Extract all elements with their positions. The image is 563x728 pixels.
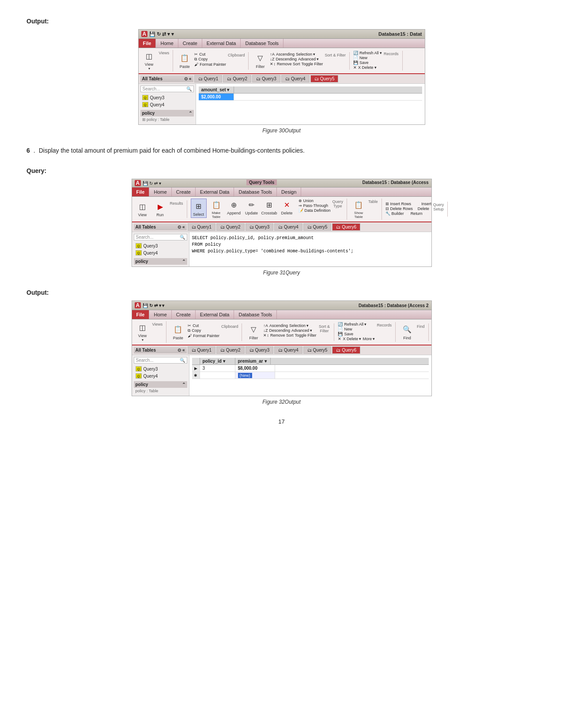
filter-btn-30[interactable]: ▽ Filter: [252, 52, 268, 69]
tab-external-32[interactable]: External Data: [196, 310, 234, 319]
cut-item-32[interactable]: ✂ Cut: [188, 323, 219, 328]
new-item-32[interactable]: 📄 New: [338, 327, 375, 331]
tab-create-30[interactable]: Create: [178, 39, 202, 48]
qtab-q3-31[interactable]: 🗂 Query3: [246, 223, 274, 231]
refresh-item-30[interactable]: 🔄 Refresh All ▾: [353, 51, 382, 55]
sidebar-search-30[interactable]: Search... 🔍: [140, 86, 194, 92]
delete-rows-item-31[interactable]: ⊟ Delete Rows Delete: [385, 206, 431, 211]
remove-sort-item-32[interactable]: ✕↕ Remove Sort Toggle Filter: [263, 333, 316, 338]
select-btn-31[interactable]: ⊞ Select: [191, 199, 207, 218]
results-group-31: ◫ View ▶ Run Results: [135, 200, 187, 218]
query-setup-small-31: ⊞ Insert Rows Insert ⊟ Delete Rows Delet…: [385, 202, 431, 216]
new-item-30[interactable]: 📄 New: [353, 56, 382, 60]
ascending-item-32[interactable]: ↑A Ascending Selection ▾: [263, 323, 316, 328]
qtab-q5-32[interactable]: 🗂 Query5: [303, 346, 332, 354]
find-label-32: Find: [417, 324, 425, 329]
sidebar-sub-table-30[interactable]: ⊞ policy : Table: [140, 116, 194, 123]
qtab-q1-32[interactable]: 🗂 Query1: [188, 346, 216, 354]
tab-file-32[interactable]: File: [132, 310, 150, 319]
pass-through-item-31[interactable]: ⇒ Pass-Through: [299, 203, 331, 208]
sidebar-item-query3-30[interactable]: Q Query3: [140, 94, 194, 101]
find-btn-32[interactable]: 🔍 Find: [399, 323, 415, 340]
data-def-item-31[interactable]: 📝 Data Definition: [299, 208, 331, 213]
format-painter-item-32[interactable]: 🖌 Format Painter: [188, 334, 219, 338]
ascending-item-30[interactable]: ↑A Ascending Selection ▾: [270, 52, 323, 56]
crosstab-btn-31[interactable]: ⊞ Crosstab: [261, 199, 277, 215]
qtab-query1-30[interactable]: 🗂 Query1: [194, 75, 223, 83]
qtab-q1-31[interactable]: 🗂 Query1: [188, 223, 216, 231]
show-table-btn-31[interactable]: 📋 Show Table: [351, 199, 367, 219]
tog-filter-label-32: Toggle Filter: [295, 333, 316, 338]
tab-dbtools-32[interactable]: Database Tools: [234, 310, 277, 319]
tab-external-30[interactable]: External Data: [202, 39, 241, 48]
qtab-q4-32[interactable]: 🗂 Query4: [274, 346, 302, 354]
figure30-window: A 💾 ↻ ⇄ ▾ ▾ Database15 : Datat File Home…: [138, 29, 425, 125]
sidebar-item-q3-32[interactable]: Q Query3: [134, 365, 187, 372]
query-tools-label-31: Query Tools: [246, 180, 277, 185]
format-painter-item-30[interactable]: 🖌 Format Painter: [194, 62, 226, 67]
tab-dbtools-31[interactable]: Database Tools: [234, 188, 277, 196]
insert-rows-item-31[interactable]: ⊞ Insert Rows Insert: [385, 202, 431, 206]
all-tables-label-30: All Tables ⊙ «: [140, 75, 193, 82]
sidebar-item-q4-32[interactable]: Q Query4: [134, 372, 187, 379]
run-btn-31[interactable]: ▶ Run: [152, 200, 168, 217]
update-btn-31[interactable]: ✏ Update: [244, 199, 260, 215]
qtab-q6-32[interactable]: 🗂 Query6: [332, 346, 360, 354]
qtab-query3-30[interactable]: 🗂 Query3: [252, 75, 280, 83]
union-item-31[interactable]: ⊗ Union: [299, 199, 331, 203]
view-icon-31: ◫: [136, 200, 149, 213]
qtab-query5-30[interactable]: 🗂 Query5: [310, 75, 339, 83]
tab-home-30[interactable]: Home: [156, 39, 178, 48]
qtab-q2-31[interactable]: 🗂 Query2: [216, 223, 245, 231]
copy-item-32[interactable]: ⧉ Copy: [188, 328, 219, 333]
paste-btn-32[interactable]: 📋 Paste: [170, 323, 186, 340]
sidebar-item-query4-30[interactable]: Q Query4: [140, 101, 194, 108]
tab-create-31[interactable]: Create: [172, 188, 196, 196]
qtab-query2-30[interactable]: 🗂 Query2: [223, 75, 251, 83]
delete-item-32[interactable]: ✕ X Delete ▾ More ▾: [338, 337, 375, 341]
remove-sort-item-30[interactable]: ✕↕ Remove Sort Toggle Filter: [270, 62, 323, 66]
refresh-item-32[interactable]: 🔄 Refresh All ▾: [338, 322, 375, 326]
cut-item-30[interactable]: ✂ Cut: [194, 52, 226, 56]
save-item-30[interactable]: 💾 Save: [353, 60, 382, 65]
qtab-q6-31[interactable]: 🗂 Query6: [332, 223, 360, 231]
delete-btn-31[interactable]: ✕ Delete: [279, 199, 295, 215]
paste-btn-30[interactable]: 📋 Paste: [177, 52, 193, 69]
tab-create-32[interactable]: Create: [172, 310, 196, 319]
sidebar-sub-32[interactable]: policy : Table: [134, 388, 187, 394]
find-group-32: 🔍 Find Find: [399, 323, 429, 341]
tab-home-31[interactable]: Home: [149, 188, 171, 196]
tab-file-31[interactable]: File: [132, 188, 150, 196]
query-type-label-31: Query Type: [333, 199, 344, 208]
sidebar-search-32[interactable]: Search... 🔍: [134, 357, 187, 364]
builder-item-31[interactable]: 🔧 Builder Return: [385, 211, 431, 216]
find-icon-32: 🔍: [401, 323, 413, 336]
qtab-q5-31[interactable]: 🗂 Query5: [303, 223, 332, 231]
delete-item-30[interactable]: ✕ X Delete ▾: [353, 65, 382, 70]
view-btn-32[interactable]: ◫ View ▾: [135, 321, 151, 342]
descending-item-32[interactable]: ↓Z Descending Advanced ▾: [263, 328, 316, 333]
make-table-btn-31[interactable]: 📋 Make Table: [208, 199, 224, 219]
descending-item-30[interactable]: ↓Z Descending Advanced ▾: [270, 57, 323, 61]
sidebar-item-q4-31[interactable]: Q Query4: [134, 249, 187, 256]
tab-home-32[interactable]: Home: [149, 310, 171, 319]
view-btn-30[interactable]: ◫ View ▾: [141, 50, 157, 71]
view-btn-31[interactable]: ◫ View: [135, 200, 151, 217]
sidebar-item-q3-31[interactable]: Q Query3: [134, 242, 187, 249]
tab-file-30[interactable]: File: [139, 39, 156, 48]
qtab-q4-31[interactable]: 🗂 Query4: [274, 223, 302, 231]
title-bar-31: A 💾 ↻ ⇄ ▾ Query Tools Database15 : Datab…: [132, 179, 431, 188]
filter-btn-32[interactable]: ▽ Filter: [246, 323, 261, 340]
sidebar-search-31[interactable]: Search... 🔍: [134, 234, 187, 240]
row-selector-1-32: ▶: [192, 365, 200, 372]
tab-external-31[interactable]: External Data: [196, 188, 234, 196]
append-btn-31[interactable]: ⊕ Append: [226, 199, 242, 215]
qtab-q3-32[interactable]: 🗂 Query3: [246, 346, 274, 354]
qtab-q2-32[interactable]: 🗂 Query2: [216, 346, 245, 354]
tab-dbtools-30[interactable]: Database Tools: [241, 39, 283, 48]
copy-item-30[interactable]: ⧉ Copy: [194, 57, 226, 62]
rm-sort-icon-32: ✕↕: [263, 333, 269, 338]
save-item-32[interactable]: 💾 Save: [338, 332, 375, 336]
qtab-query4-30[interactable]: 🗂 Query4: [281, 75, 310, 83]
tab-design-31[interactable]: Design: [277, 188, 301, 196]
